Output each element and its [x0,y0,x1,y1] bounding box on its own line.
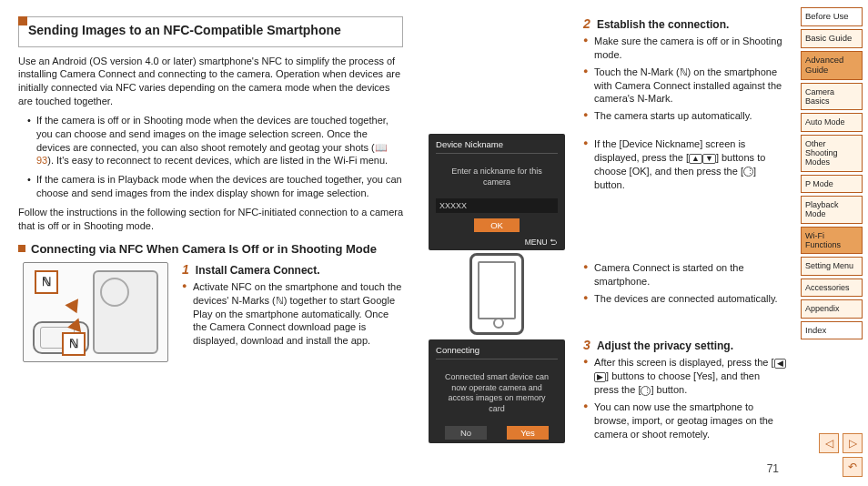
step-title: Install Camera Connect. [196,264,320,277]
device-nickname-screen-container: Device Nickname Enter a nickname for thi… [419,134,574,250]
intro-bullet-2: If the camera is in Playback mode when t… [27,173,403,200]
right-button-icon: ▶ [594,372,606,382]
step-2-row-c: Camera Connect is started on the smartph… [419,258,786,330]
func-set-button-icon [743,167,753,177]
return-button[interactable]: ↶ [843,457,863,477]
intro-bullet-1: If the camera is off or in Shooting mode… [27,114,403,167]
no-button: No [445,426,487,440]
step-1-item: Activate NFC on the smartphone and touch… [182,280,403,348]
list-item: If the [Device Nickname] screen is displ… [583,137,786,191]
func-set-button-icon [641,386,651,396]
step-number: 1 [182,262,189,277]
arrow-icon [65,295,84,314]
list-item: The camera starts up automatically. [583,109,786,123]
nav-wifi-functions[interactable]: Wi-Fi Functions [801,227,863,255]
step-2-list-a: Make sure the camera is off or in Shooti… [583,35,786,123]
step-1-row: ℕ ℕ 1 Install Camera Connect. Activate N… [18,262,403,362]
step-2-row-a: 2 Establish the connection. Make sure th… [419,16,786,127]
connecting-screen-container: Connecting Connected smart device can no… [419,338,574,444]
n-mark-icon: ℕ [62,332,86,356]
nav-setting-menu[interactable]: Setting Menu [801,257,863,275]
step-title: Adjust the privacy setting. [597,339,733,352]
section-title-box: Sending Images to an NFC-Compatible Smar… [18,16,403,47]
step-3-heading: 3 Adjust the privacy setting. [583,338,786,352]
prev-page-button[interactable]: ◁ [819,433,839,453]
step-2-body-b: If the [Device Nickname] screen is displ… [583,134,786,250]
nav-before-use[interactable]: Before Use [801,7,863,26]
smartphone-outline-container [419,258,574,330]
screen-title: Device Nickname [436,139,558,154]
step-title: Establish the connection. [597,18,729,31]
screen-title: Connecting [436,345,558,359]
nav-accessories[interactable]: Accessories [801,278,863,297]
ok-button: OK [474,218,520,232]
step-2-heading: 2 Establish the connection. [583,16,786,31]
nav-camera-basics[interactable]: Camera Basics [801,83,863,111]
nickname-value: XXXXX [436,198,558,213]
nav-playback-mode[interactable]: Playback Mode [801,196,863,224]
device-nickname-screen: Device Nickname Enter a nickname for thi… [429,134,565,250]
step-3-row: Connecting Connected smart device can no… [419,338,786,444]
step-2-row-b: Device Nickname Enter a nickname for thi… [419,134,786,250]
menu-indicator: MENU ⮌ [436,236,558,247]
nfc-illustration-container: ℕ ℕ [18,262,173,362]
step-2-body-c: Camera Connect is started on the smartph… [583,258,786,330]
intro-bullets: If the camera is off or in Shooting mode… [18,114,403,200]
nfc-illustration: ℕ ℕ [23,262,168,362]
list-item: Camera Connect is started on the smartph… [583,261,786,289]
next-page-button[interactable]: ▷ [843,433,863,453]
nav-basic-guide[interactable]: Basic Guide [801,29,863,48]
nav-advanced-guide[interactable]: Advanced Guide [801,51,863,80]
list-item: Make sure the camera is off or in Shooti… [583,35,786,62]
left-column: Sending Images to an NFC-Compatible Smar… [18,16,403,477]
subheading: Connecting via NFC When Camera Is Off or… [31,242,377,257]
step-3-body: 3 Adjust the privacy setting. After this… [583,338,786,444]
n-mark-icon: ℕ [35,270,58,294]
nav-other-shooting-modes[interactable]: Other Shooting Modes [801,135,863,172]
step-number: 3 [583,338,590,352]
screen-hint: Connected smart device can now operate c… [436,365,558,422]
step-1-body: 1 Install Camera Connect. Activate NFC o… [182,262,403,362]
step-1-heading: 1 Install Camera Connect. [182,262,403,277]
sidebar-nav: Before Use Basic Guide Advanced Guide Ca… [795,0,868,486]
nav-index[interactable]: Index [801,321,863,340]
page-number: 71 [767,462,779,475]
page: Sending Images to an NFC-Compatible Smar… [0,0,868,486]
step-number: 2 [583,16,590,31]
smartphone-outline-icon [469,253,524,335]
screen-hint: Enter a nickname for this camera [436,159,558,195]
section-title: Sending Images to an NFC-Compatible Smar… [28,23,393,39]
step-1-list: Activate NFC on the smartphone and touch… [182,280,403,348]
connecting-screen: Connecting Connected smart device can no… [429,339,565,443]
nav-auto-mode[interactable]: Auto Mode [801,113,863,131]
nav-p-mode[interactable]: P Mode [801,175,863,193]
subheading-bullet-icon [18,245,25,252]
list-item: Touch the N-Mark (ℕ) on the smartphone w… [583,66,786,106]
step-2-body-a: 2 Establish the connection. Make sure th… [583,16,786,127]
camera-icon [93,270,158,354]
yes-button: Yes [507,426,549,440]
subheading-row: Connecting via NFC When Camera Is Off or… [18,242,403,257]
content-area: Sending Images to an NFC-Compatible Smar… [0,0,795,486]
right-column: 2 Establish the connection. Make sure th… [419,16,786,477]
down-button-icon: ▼ [702,154,716,164]
page-nav-controls: ◁ ▷ ↶ [801,424,863,477]
list-item: You can now use the smartphone to browse… [583,400,786,441]
list-item: The devices are connected automatically. [583,292,786,306]
list-item: After this screen is displayed, press th… [583,356,786,397]
left-button-icon: ◀ [774,359,786,369]
intro-paragraph: Use an Android (OS version 4.0 or later)… [18,55,403,108]
up-button-icon: ▲ [689,154,702,164]
nav-appendix[interactable]: Appendix [801,299,863,318]
intro-followup: Follow the instructions in the following… [18,206,403,233]
